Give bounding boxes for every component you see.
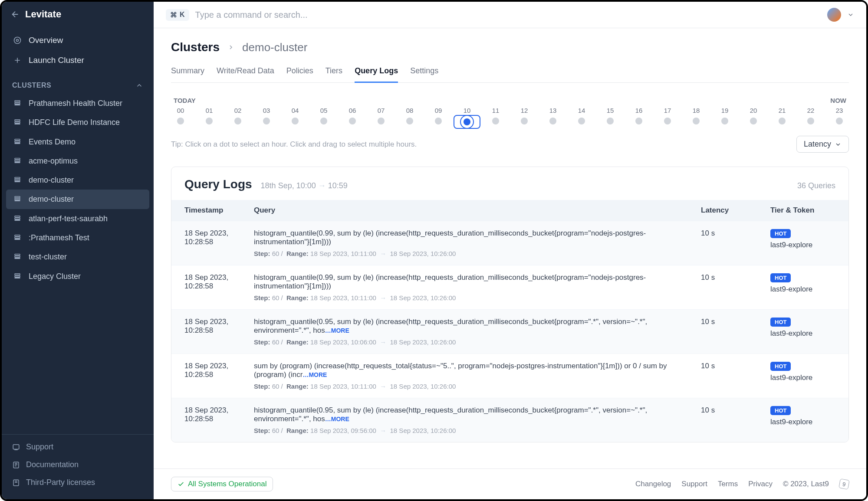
sidebar-footer-item[interactable]: Documentation: [2, 456, 154, 474]
hour-dot[interactable]: [721, 118, 728, 124]
hour-dot[interactable]: [750, 118, 757, 124]
hour-label: 15: [603, 107, 617, 114]
tier-badge: HOT: [770, 229, 791, 238]
hour-label: 19: [718, 107, 732, 114]
chevron-down-icon[interactable]: [847, 11, 854, 18]
database-icon: [12, 137, 23, 145]
timestamp-cell: 18 Sep 2023,10:28:58: [184, 318, 254, 346]
sidebar-cluster-item[interactable]: atlan-perf-test-saurabh: [2, 209, 154, 228]
hour-label: 08: [403, 107, 417, 114]
hour-dot[interactable]: [549, 118, 556, 124]
svg-rect-7: [15, 124, 20, 124]
tab[interactable]: Settings: [410, 62, 438, 82]
hour-dot[interactable]: [378, 118, 385, 124]
avatar[interactable]: [827, 8, 841, 22]
hour-dot[interactable]: [664, 118, 671, 124]
timestamp-cell: 18 Sep 2023,10:28:58: [184, 229, 254, 257]
sidebar-cluster-item[interactable]: acme-optimus: [2, 151, 154, 170]
hour-dot[interactable]: [349, 118, 356, 124]
hour-dot[interactable]: [578, 118, 585, 124]
sidebar-cluster-item[interactable]: Legacy Cluster: [2, 267, 154, 286]
hour-dot[interactable]: [320, 118, 327, 124]
hour-dot[interactable]: [807, 118, 814, 124]
hour-dot[interactable]: [263, 118, 270, 124]
hour-dot[interactable]: [607, 118, 614, 124]
tab[interactable]: Tiers: [326, 62, 342, 82]
sidebar-cluster-item[interactable]: demo-cluster: [6, 190, 149, 209]
sidebar-cluster-item[interactable]: test-cluster: [2, 247, 154, 266]
database-icon: [12, 194, 23, 203]
hour-dot[interactable]: [635, 118, 642, 124]
timeline-tip: Tip: Click on a dot to select an hour. C…: [171, 140, 417, 149]
footer-link[interactable]: Privacy: [748, 480, 773, 488]
database-icon: [12, 156, 23, 164]
hour-label: 21: [775, 107, 789, 114]
database-icon: [12, 98, 23, 107]
hour-label: 04: [288, 107, 302, 114]
tab[interactable]: Write/Read Data: [217, 62, 274, 82]
hour-dot[interactable]: [234, 118, 241, 124]
hour-dot[interactable]: [177, 118, 184, 124]
hour-label: 10: [460, 107, 474, 114]
tab[interactable]: Query Logs: [355, 62, 398, 83]
tab[interactable]: Policies: [286, 62, 313, 82]
sidebar-footer-item[interactable]: Third-Party licenses: [2, 474, 154, 491]
hour-dot[interactable]: [206, 118, 213, 124]
sidebar-cluster-item[interactable]: HDFC Life Demo Instance: [2, 113, 154, 132]
hour-label: 11: [489, 107, 503, 114]
sidebar-cluster-item[interactable]: Prathamesh Health Cluster: [2, 94, 154, 113]
database-icon: [12, 232, 23, 241]
nav-launch-cluster[interactable]: Launch Cluster: [2, 50, 154, 70]
today-label: TODAY: [174, 97, 196, 104]
footer-icon: [12, 461, 20, 469]
hour-dot[interactable]: [435, 118, 442, 124]
back-icon[interactable]: [10, 10, 20, 19]
hour-dot[interactable]: [779, 118, 786, 124]
clusters-section-header[interactable]: CLUSTERS: [2, 74, 154, 94]
more-link[interactable]: …MORE: [302, 371, 327, 378]
hour-label: 01: [202, 107, 216, 114]
tab[interactable]: Summary: [171, 62, 204, 82]
plus-icon: [12, 56, 23, 65]
status-pill[interactable]: All Systems Operational: [171, 477, 273, 491]
hour-dot[interactable]: [693, 118, 700, 124]
svg-rect-32: [13, 445, 19, 449]
table-header: Timestamp Query Latency Tier & Token: [171, 200, 848, 221]
sidebar-cluster-item[interactable]: Events Demo: [2, 132, 154, 151]
svg-rect-26: [15, 254, 20, 255]
svg-rect-6: [15, 122, 20, 123]
svg-rect-27: [15, 256, 20, 258]
sidebar-cluster-item[interactable]: :Prathamesh Test: [2, 228, 154, 247]
table-row: 18 Sep 2023,10:28:58 histogram_quantile(…: [171, 265, 848, 309]
hour-dot[interactable]: [464, 118, 470, 125]
hour-dot[interactable]: [406, 118, 413, 124]
more-link[interactable]: …MORE: [325, 327, 349, 334]
svg-rect-15: [15, 179, 20, 180]
hour-label: 02: [231, 107, 245, 114]
sidebar-cluster-item[interactable]: demo-cluster: [2, 170, 154, 190]
breadcrumb-root[interactable]: Clusters: [171, 40, 220, 54]
timestamp-cell: 18 Sep 2023,10:28:58: [184, 362, 254, 390]
hour-dot[interactable]: [521, 118, 528, 124]
latency-dropdown[interactable]: Latency: [796, 136, 849, 153]
hour-dot[interactable]: [292, 118, 299, 124]
token-label: last9-explore: [770, 241, 835, 249]
nav-overview[interactable]: Overview: [2, 30, 154, 50]
table-row: 18 Sep 2023,10:28:58 histogram_quantile(…: [171, 221, 848, 265]
hour-dot[interactable]: [836, 118, 843, 124]
more-link[interactable]: …MORE: [325, 416, 349, 422]
command-shortcut: ⌘ K: [166, 9, 189, 21]
hour-dot[interactable]: [492, 118, 499, 124]
sidebar-footer-item[interactable]: Support: [2, 438, 154, 456]
footer-link[interactable]: Changelog: [635, 480, 671, 488]
search-input[interactable]: Type a command or search...: [195, 10, 821, 20]
footer-link[interactable]: Support: [681, 480, 707, 488]
latency-cell: 10 s: [701, 406, 770, 434]
svg-rect-20: [15, 216, 20, 217]
hour-label: 14: [575, 107, 589, 114]
database-icon: [12, 175, 23, 183]
footer-icon: [12, 443, 20, 451]
query-cell: histogram_quantile(0.95, sum by (le) (in…: [254, 406, 701, 434]
svg-rect-14: [15, 177, 20, 179]
footer-link[interactable]: Terms: [718, 480, 738, 488]
